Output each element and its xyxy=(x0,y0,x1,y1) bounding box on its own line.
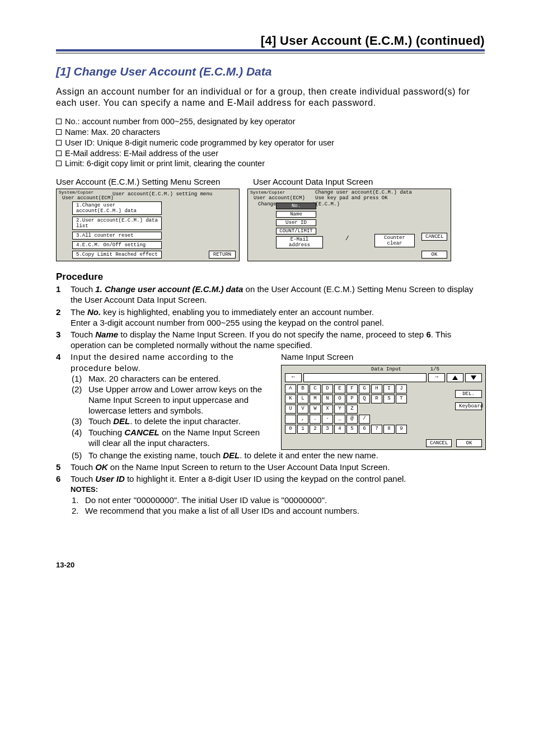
step-number: 4 xyxy=(56,351,71,460)
key-button[interactable]: . xyxy=(310,415,321,424)
key-button[interactable]: 2 xyxy=(310,425,321,434)
screen-hint: Use key pad and press OK xyxy=(315,196,412,201)
key-button[interactable]: @ xyxy=(346,415,358,424)
note-body: We recommend that you make a list of all… xyxy=(85,505,359,516)
step-number: 5 xyxy=(56,462,71,472)
substep-number: (2) xyxy=(72,384,88,416)
key-button[interactable]: Q xyxy=(359,395,370,403)
notes-heading: NOTES: xyxy=(71,485,485,495)
menu-item-on-off[interactable]: 4.E.C.M. On/Off setting xyxy=(72,241,162,249)
key-button[interactable]: / xyxy=(359,415,370,424)
key-button[interactable]: A xyxy=(285,384,296,393)
bullet-icon xyxy=(56,119,62,124)
key-button[interactable]: 3 xyxy=(322,425,333,434)
step-body: The No. key is highlighted, enabling you… xyxy=(71,307,485,328)
key-button[interactable]: 4 xyxy=(334,425,345,434)
key-button[interactable]: 8 xyxy=(383,425,395,434)
ok-button[interactable]: OK xyxy=(421,251,447,259)
key-button[interactable]: R xyxy=(371,395,382,403)
note-number: 1. xyxy=(72,495,85,505)
bullet-icon xyxy=(56,151,62,156)
substep-number: (4) xyxy=(72,427,88,448)
key-button[interactable]: H xyxy=(371,384,382,393)
key-button[interactable]: I xyxy=(383,384,395,393)
key-button[interactable]: 5 xyxy=(346,425,358,434)
key-button[interactable]: N xyxy=(322,395,333,403)
bullet-text: User ID: Unique 8-digit numeric code pro… xyxy=(65,138,334,148)
key-button[interactable]: K xyxy=(285,395,296,403)
step-number: 3 xyxy=(56,329,71,350)
key-button[interactable]: X xyxy=(322,405,333,414)
key-button[interactable]: 1 xyxy=(297,425,308,434)
bullet-icon xyxy=(56,140,62,145)
lower-arrow-button[interactable] xyxy=(465,373,482,382)
key-button[interactable]: , xyxy=(297,415,308,424)
data-input-screen: System/Copier User account(ECM) Change u… xyxy=(247,189,451,261)
key-button[interactable]: G xyxy=(359,384,370,393)
name-input-screen: Data Input 1/5 ← → ABCDEFGHIJ xyxy=(281,365,486,450)
page-title: [4] User Account (E.C.M.) (continued) xyxy=(56,34,485,48)
substep-body: To change the existing name, touch DEL. … xyxy=(88,450,485,461)
key-button[interactable]: Z xyxy=(346,405,358,414)
menu-item-change-data[interactable]: 1.Change user account(E.C.M.) data xyxy=(72,201,162,215)
key-button[interactable]: L xyxy=(297,395,308,403)
cancel-button[interactable]: CANCEL xyxy=(421,233,447,241)
del-button[interactable]: DEL. xyxy=(455,390,482,398)
key-button[interactable]: S xyxy=(383,395,395,403)
key-button[interactable] xyxy=(285,415,296,424)
name-button[interactable]: Name xyxy=(276,211,316,218)
setting-menu-screen: System/Copier User account(ECM) User acc… xyxy=(56,189,240,261)
intro-paragraph: Assign an account number for an individu… xyxy=(56,86,485,109)
key-button[interactable]: W xyxy=(310,405,321,414)
menu-item-counter-reset[interactable]: 3.All counter reset xyxy=(72,232,162,240)
key-button[interactable]: Y xyxy=(334,405,345,414)
menu-item-data-list[interactable]: 2.User account(E.C.M.) data list xyxy=(72,217,162,230)
step-body: Input the desired name according to the … xyxy=(71,351,271,373)
key-button[interactable]: B xyxy=(297,384,308,393)
cancel-button[interactable]: CANCEL xyxy=(426,439,452,447)
keyboard-button[interactable]: Keyboard xyxy=(455,402,482,410)
screen3-caption: Name Input Screen xyxy=(281,351,485,362)
ok-button[interactable]: OK xyxy=(456,439,482,447)
key-button[interactable]: P xyxy=(346,395,358,403)
return-button[interactable]: RETURN xyxy=(209,251,236,259)
bullet-text: E-Mail address: E-Mail address of the us… xyxy=(65,148,218,159)
key-button[interactable]: 6 xyxy=(359,425,370,434)
key-button[interactable]: J xyxy=(396,384,407,393)
key-button[interactable]: E xyxy=(334,384,345,393)
field-definitions-list: No.: account number from 000~255, design… xyxy=(56,116,485,169)
counter-clear-button[interactable]: Counter clear xyxy=(374,234,415,247)
user-id-button[interactable]: User ID xyxy=(276,219,316,226)
key-button[interactable]: O xyxy=(334,395,345,403)
key-button[interactable]: D xyxy=(322,384,333,393)
key-button[interactable]: T xyxy=(396,395,407,403)
key-button[interactable]: V xyxy=(297,405,308,414)
key-button[interactable]: _ xyxy=(334,415,345,424)
key-button[interactable]: F xyxy=(346,384,358,393)
key-button[interactable]: 7 xyxy=(371,425,382,434)
email-button[interactable]: E-Mail address xyxy=(276,236,323,248)
substep-body: Max. 20 characters can be entered. xyxy=(88,373,271,384)
menu-item-limit-reached[interactable]: 5.Copy Limit Reached effect xyxy=(72,251,162,259)
bullet-text: Limit: 6-digit copy limit or print limit… xyxy=(65,158,265,169)
left-arrow-button[interactable]: ← xyxy=(285,373,302,382)
note-body: Do not enter "00000000". The initial Use… xyxy=(85,495,327,505)
key-button[interactable]: U xyxy=(285,405,296,414)
key-button[interactable]: 9 xyxy=(396,425,407,434)
step-body: Touch Name to display the Name Input Scr… xyxy=(71,329,485,350)
no-button[interactable]: No. xyxy=(276,203,316,209)
key-button[interactable]: M xyxy=(310,395,321,403)
substep-body: Touching CANCEL on the Name Input Screen… xyxy=(88,427,271,448)
key-button[interactable]: - xyxy=(322,415,333,424)
up-arrow-icon xyxy=(452,375,458,380)
key-button[interactable]: C xyxy=(310,384,321,393)
step-number: 2 xyxy=(56,307,71,328)
count-limit-button[interactable]: COUNT/LIMIT xyxy=(276,228,316,234)
key-button[interactable]: 0 xyxy=(285,425,296,434)
bullet-text: No.: account number from 000~255, design… xyxy=(65,116,296,127)
bullet-icon xyxy=(56,129,62,135)
name-input-field[interactable] xyxy=(303,373,427,382)
right-arrow-button[interactable]: → xyxy=(428,373,445,382)
upper-arrow-button[interactable] xyxy=(447,373,463,382)
note-number: 2. xyxy=(72,505,85,516)
